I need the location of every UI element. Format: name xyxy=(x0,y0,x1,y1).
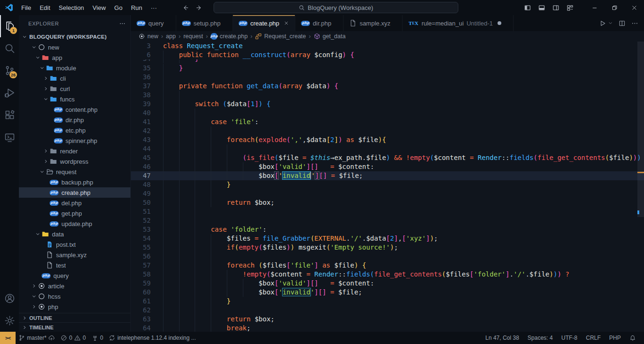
tree-item-new[interactable]: new xyxy=(19,42,130,52)
tree-item-get-php[interactable]: phpget.php xyxy=(19,208,130,218)
code-editor[interactable]: 3class Request_create6 public function _… xyxy=(131,42,644,332)
tree-item-test[interactable]: test xyxy=(19,260,130,270)
tree-item-post-txt[interactable]: post.txt xyxy=(19,239,130,250)
tree-item-del-php[interactable]: phpdel.php xyxy=(19,198,130,208)
code-line-35[interactable]: 35 } xyxy=(131,64,644,73)
menu-view[interactable]: View xyxy=(88,2,110,13)
menu-run[interactable]: Run xyxy=(127,2,146,13)
code-line-56[interactable]: 56 xyxy=(131,252,644,261)
code-line-55[interactable]: 55 if(empty($files)) msgexit('Empty sour… xyxy=(131,243,644,252)
code-line-47[interactable]: 47 $box['invalid'][] = $file; xyxy=(131,171,644,180)
code-line-64[interactable]: 64 break; xyxy=(131,324,644,332)
layout-sidebar-right-button[interactable] xyxy=(550,1,562,14)
tree-item-article[interactable]: article xyxy=(19,281,130,291)
status-encoding[interactable]: UTF-8 xyxy=(557,332,582,344)
tab-query[interactable]: phpquery xyxy=(131,15,176,31)
tree-item-hcss[interactable]: hcss xyxy=(19,291,130,302)
code-line-44[interactable]: 44 xyxy=(131,144,644,153)
breadcrumb-item[interactable]: get_data xyxy=(323,33,346,40)
breadcrumb-item[interactable]: request xyxy=(183,33,203,40)
tree-item-request[interactable]: request xyxy=(19,167,130,177)
status-ports[interactable]: 0 xyxy=(89,332,106,344)
activity-explorer[interactable]: 1 xyxy=(0,15,19,37)
breadcrumb-item[interactable]: Request_create xyxy=(264,33,306,40)
tree-item-query[interactable]: phpquery xyxy=(19,270,130,281)
activity-run-debug[interactable] xyxy=(0,82,19,104)
code-line-38[interactable]: 38 xyxy=(131,91,644,100)
code-line-43[interactable]: 43 foreach(explode(',',$data[2]) as $fil… xyxy=(131,135,644,144)
status-cursor-position[interactable]: Ln 47, Col 38 xyxy=(481,332,523,344)
code-line-51[interactable]: 51 xyxy=(131,207,644,216)
layout-panel-button[interactable] xyxy=(535,1,548,14)
tree-item-dir-php[interactable]: phpdir.php xyxy=(19,115,130,125)
status-eol[interactable]: CRLF xyxy=(582,332,605,344)
code-line-54[interactable]: 54 $files = file_Grabber(EXTERNAL.'/'.$d… xyxy=(131,234,644,243)
tree-item-etc-php[interactable]: phpetc.php xyxy=(19,125,130,135)
tree-item-cli[interactable]: cli xyxy=(19,73,130,84)
code-line-3[interactable]: 3class Request_create xyxy=(131,42,644,50)
explorer-actions-icon[interactable] xyxy=(119,20,126,27)
code-line-41[interactable]: 41 case 'file': xyxy=(131,117,644,126)
tab-rule-median-ui[interactable]: TEXrule=median_uiUntitled-1 xyxy=(403,15,514,31)
section-outline[interactable]: OUTLINE xyxy=(19,313,130,322)
tree-item-render[interactable]: render xyxy=(19,146,130,156)
layout-grid-button[interactable] xyxy=(564,1,576,14)
code-line-49[interactable]: 49 xyxy=(131,189,644,198)
code-line-61[interactable]: 61 } xyxy=(131,297,644,306)
tree-item-sample-xyz[interactable]: sample.xyz xyxy=(19,250,130,260)
activity-source-control[interactable]: 26 xyxy=(0,59,19,82)
status-language-mode[interactable]: PHP xyxy=(605,332,625,344)
ellipsis-icon[interactable] xyxy=(631,20,638,27)
code-line-62[interactable]: 62 xyxy=(131,306,644,315)
code-line-37[interactable]: 37 private function get_data(array $data… xyxy=(131,82,644,91)
tab-dir-php[interactable]: phpdir.php xyxy=(295,15,343,31)
minimize-button[interactable] xyxy=(584,0,604,15)
play-icon[interactable] xyxy=(599,20,606,27)
code-line-42[interactable]: 42 xyxy=(131,126,644,135)
breadcrumb-item[interactable]: create.php xyxy=(220,33,248,40)
tree-item-app[interactable]: app xyxy=(19,52,130,63)
code-line-58[interactable]: 58 !empty($content = Render::fields(file… xyxy=(131,270,644,279)
tab-setup-php[interactable]: phpsetup.php xyxy=(176,15,233,31)
tree-item-spinner-php[interactable]: phpspinner.php xyxy=(19,135,130,146)
code-line-34[interactable]: 34 } xyxy=(131,59,644,63)
scrollbar-slider[interactable] xyxy=(637,42,644,217)
arrow-right-icon[interactable] xyxy=(196,4,203,11)
close-button[interactable] xyxy=(624,0,644,15)
code-line-40[interactable]: 40 xyxy=(131,109,644,117)
status-indentation[interactable]: Spaces: 4 xyxy=(524,332,557,344)
activity-remote-explorer[interactable] xyxy=(0,126,19,148)
activity-extensions[interactable] xyxy=(0,104,19,126)
tree-item-module[interactable]: module xyxy=(19,63,130,73)
chevron-down-icon[interactable] xyxy=(608,21,613,25)
activity-accounts[interactable] xyxy=(0,287,19,310)
split-editor-icon[interactable] xyxy=(618,20,626,27)
menu-[interactable]: ··· xyxy=(146,2,161,13)
editor-scrollbar[interactable] xyxy=(637,42,644,332)
code-line-46[interactable]: 46 $box['valid'][] = $content: xyxy=(131,162,644,171)
remote-indicator[interactable]: >< xyxy=(0,332,16,344)
tree-item-create-php[interactable]: phpcreate.php xyxy=(19,187,130,198)
code-line-57[interactable]: 57 foreach ($files['file'] as $file) { xyxy=(131,261,644,270)
command-center-search[interactable]: BlogQuery (Workspace) xyxy=(214,2,458,13)
section-timeline[interactable]: TIMELINE xyxy=(19,322,130,332)
activity-search[interactable] xyxy=(0,37,19,59)
workspace-root-row[interactable]: BLOGQUERY (WORKSPACE) xyxy=(19,32,130,42)
tree-item-wordpress[interactable]: wordpress xyxy=(19,156,130,167)
breadcrumb-item[interactable]: new xyxy=(147,33,158,40)
tree-item-backup-php[interactable]: phpbackup.php xyxy=(19,177,130,187)
code-line-39[interactable]: 39 switch ($data[1]) { xyxy=(131,100,644,109)
arrow-left-icon[interactable] xyxy=(182,4,189,11)
status-branch[interactable]: master* xyxy=(16,332,58,344)
tree-item-data[interactable]: data xyxy=(19,229,130,239)
layout-sidebar-left-button[interactable] xyxy=(521,1,533,14)
tab-sample-xyz[interactable]: sample.xyz xyxy=(343,15,403,31)
menu-edit[interactable]: Edit xyxy=(35,2,54,13)
code-line-48[interactable]: 48 } xyxy=(131,180,644,189)
tree-item-update-php[interactable]: phpupdate.php xyxy=(19,218,130,229)
activity-settings[interactable] xyxy=(0,310,19,332)
tab-create-php[interactable]: phpcreate.php xyxy=(233,15,295,31)
code-line-36[interactable]: 36 xyxy=(131,73,644,82)
code-line-63[interactable]: 63 return $box; xyxy=(131,315,644,324)
menu-file[interactable]: File xyxy=(17,2,35,13)
